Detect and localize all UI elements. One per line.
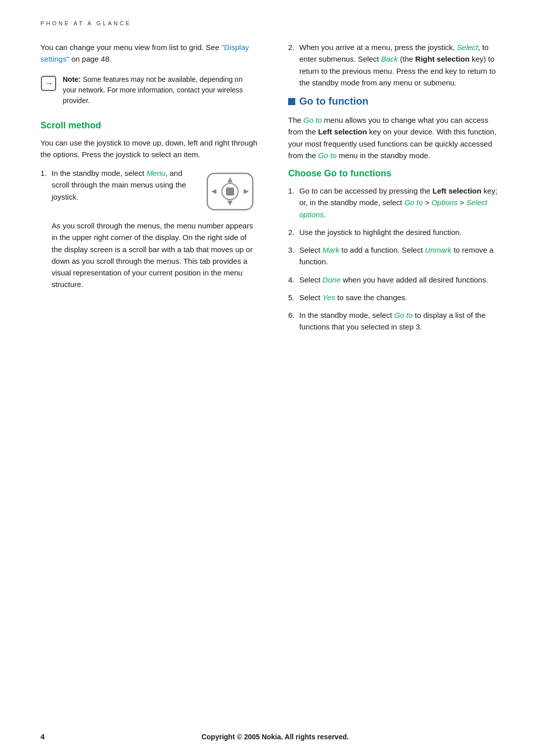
choose-step-3-content: Select Mark to add a function. Select Un…: [299, 244, 506, 268]
svg-rect-4: [226, 187, 234, 196]
choose-step-3: 3. Select Mark to add a function. Select…: [288, 244, 506, 268]
goto-body1-end2: menu in the standby mode.: [337, 151, 430, 160]
cs3-mark: Mark: [323, 246, 339, 254]
step-2-content: When you arrive at a menu, press the joy…: [299, 41, 506, 88]
step-2-num: 2.: [288, 41, 299, 53]
svg-text:→: →: [44, 78, 53, 88]
step-1-with-image: In the standby mode, select Menu, and sc…: [52, 167, 258, 215]
cs1-text5: .: [324, 210, 326, 219]
scroll-steps-list: 1. In the standby mode, select Menu, and…: [40, 167, 258, 298]
joystick-image: [202, 169, 258, 215]
footer-page-number: 4: [40, 732, 44, 741]
choose-step-1-num: 1.: [288, 185, 299, 197]
step-2-select: Select: [457, 43, 478, 52]
choose-step-1: 1. Go to can be accessed by pressing the…: [288, 185, 506, 220]
svg-marker-5: [228, 177, 233, 182]
choose-step-3-num: 3.: [288, 244, 299, 256]
intro-text-3: .: [109, 55, 111, 63]
step-1-content: In the standby mode, select Menu, and sc…: [52, 167, 258, 298]
cs1-italic2: Options: [431, 198, 458, 207]
choose-step-6-num: 6.: [288, 309, 299, 321]
choose-step-6: 6. In the standby mode, select Go to to …: [288, 309, 506, 333]
note-body: Some features may not be available, depe…: [63, 75, 243, 105]
choose-step-4-content: Select Done when you have added all desi…: [299, 274, 506, 286]
cs1-text3: >: [423, 198, 431, 207]
step-1-menu: Menu: [147, 169, 166, 177]
blue-square-icon: [288, 98, 295, 105]
page: Phone at a glance You can change your me…: [0, 0, 546, 756]
cs1-text1: Go to can be accessed by pressing the: [299, 186, 433, 195]
choose-goto-heading: Choose Go to functions: [288, 168, 506, 179]
step-2-right-selection: Right selection: [415, 55, 470, 63]
step-1-num: 1.: [40, 167, 52, 179]
header-label: Phone at a glance: [0, 20, 546, 26]
choose-step-5-content: Select Yes to save the changes.: [299, 292, 506, 303]
scroll-method-heading: Scroll method: [40, 120, 258, 131]
svg-marker-6: [228, 201, 233, 206]
intro-text-1: You can change your menu view from list …: [40, 43, 221, 52]
note-label: Note:: [63, 75, 81, 83]
choose-goto-steps: 1. Go to can be accessed by pressing the…: [288, 185, 506, 333]
intro-paragraph: You can change your menu view from list …: [40, 41, 258, 65]
cs3-unmark: Unmark: [425, 246, 451, 254]
goto-body1-italic: Go to: [303, 116, 322, 124]
cs5-text1: Select: [299, 293, 323, 302]
intro-page-num: 48: [101, 55, 110, 63]
intro-text-2: on page: [69, 55, 101, 63]
cs6-text1: In the standby mode, select: [299, 311, 394, 319]
scroll-step-1: 1. In the standby mode, select Menu, and…: [40, 167, 258, 298]
right-step-list: 2. When you arrive at a menu, press the …: [288, 41, 506, 88]
note-box: → Note: Some features may not be availab…: [40, 74, 258, 106]
choose-step-1-content: Go to can be accessed by pressing the Le…: [299, 185, 506, 220]
scroll-method-body: You can use the joystick to move up, dow…: [40, 137, 258, 161]
go-to-function-body: The Go to menu allows you to change what…: [288, 114, 506, 161]
choose-step-4: 4. Select Done when you have added all d…: [288, 274, 506, 286]
step-1-text-part: In the standby mode, select Menu, and sc…: [52, 167, 192, 203]
cs6-goto: Go to: [394, 311, 413, 319]
right-column: 2. When you arrive at a menu, press the …: [288, 41, 506, 340]
cs4-done: Done: [323, 275, 341, 284]
choose-step-6-content: In the standby mode, select Go to to dis…: [299, 309, 506, 333]
note-icon: →: [40, 75, 57, 91]
cs1-bold1: Left selection: [433, 186, 482, 195]
go-to-function-heading: Go to function: [288, 96, 506, 107]
left-column: You can change your menu view from list …: [40, 41, 258, 305]
choose-step-2-content: Use the joystick to highlight the desire…: [299, 226, 506, 238]
cs3-text2: to add a function. Select: [339, 246, 425, 254]
content-wrapper: You can change your menu view from list …: [0, 41, 546, 340]
note-text: Note: Some features may not be available…: [63, 74, 258, 106]
cs4-text2: when you have added all desired function…: [341, 275, 488, 284]
svg-marker-8: [244, 189, 249, 194]
choose-step-2: 2. Use the joystick to highlight the des…: [288, 226, 506, 238]
cs5-yes: Yes: [323, 293, 335, 302]
scroll-continued: As you scroll through the menus, the men…: [52, 220, 258, 291]
goto-body1-before: The: [288, 116, 303, 124]
choose-step-5: 5. Select Yes to save the changes.: [288, 292, 506, 303]
step-2-text3: (the: [398, 55, 415, 63]
go-to-function-heading-text: Go to function: [299, 96, 369, 107]
goto-body1-italic2: Go to: [318, 151, 337, 160]
cs2-text: Use the joystick to highlight the desire…: [299, 228, 462, 237]
footer-copyright: Copyright © 2005 Nokia. All rights reser…: [44, 733, 506, 741]
choose-step-2-num: 2.: [288, 226, 299, 238]
choose-step-4-num: 4.: [288, 274, 299, 286]
step-2-text1: When you arrive at a menu, press the joy…: [299, 43, 457, 52]
cs5-text2: to save the changes.: [335, 293, 407, 302]
cs1-italic1: Go to: [404, 198, 423, 207]
choose-step-5-num: 5.: [288, 292, 299, 303]
cs4-text1: Select: [299, 275, 323, 284]
right-step-2: 2. When you arrive at a menu, press the …: [288, 41, 506, 88]
footer: 4 Copyright © 2005 Nokia. All rights res…: [0, 732, 546, 741]
cs3-text1: Select: [299, 246, 323, 254]
cs1-text4: >: [458, 198, 466, 207]
goto-body1-bold: Left selection: [318, 127, 367, 136]
step-2-back: Back: [381, 55, 398, 63]
svg-marker-7: [211, 189, 216, 194]
step-1-text-before: In the standby mode, select: [52, 169, 147, 177]
